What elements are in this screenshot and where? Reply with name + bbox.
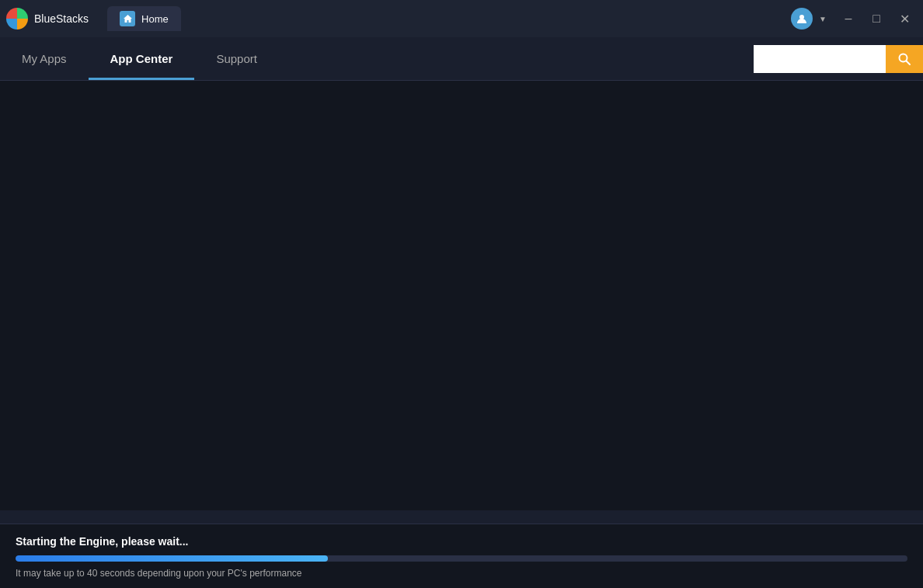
status-subtitle: It may take up to 40 seconds depending u… — [16, 568, 907, 579]
bluestacks-logo — [6, 8, 28, 30]
search-input[interactable] — [754, 45, 886, 73]
title-bar-left: BlueStacks Home — [6, 6, 791, 31]
profile-dropdown-arrow[interactable]: ▼ — [819, 15, 827, 23]
status-bar: Starting the Engine, please wait... It m… — [0, 524, 923, 588]
app-name: BlueStacks — [34, 12, 89, 25]
progress-bar-background — [16, 555, 907, 562]
main-content — [0, 81, 923, 510]
minimize-button[interactable]: – — [836, 6, 861, 31]
nav-tabs: My Apps App Center Support — [0, 37, 754, 80]
tab-support[interactable]: Support — [194, 37, 279, 80]
title-bar-tab[interactable]: Home — [107, 6, 181, 31]
tab-home-label: Home — [141, 13, 169, 25]
close-button[interactable]: ✕ — [892, 6, 917, 31]
search-wrapper — [754, 45, 923, 73]
title-bar-controls: ▼ – □ ✕ — [791, 6, 917, 31]
search-button[interactable] — [886, 45, 923, 73]
search-icon — [897, 52, 911, 66]
nav-search — [754, 45, 923, 73]
progress-bar-fill — [16, 555, 328, 562]
svg-line-2 — [907, 61, 911, 64]
status-title: Starting the Engine, please wait... — [16, 535, 907, 548]
profile-icon[interactable] — [791, 8, 813, 30]
tab-my-apps[interactable]: My Apps — [0, 37, 89, 80]
title-bar: BlueStacks Home ▼ – □ ✕ — [0, 0, 923, 37]
tab-app-center[interactable]: App Center — [89, 37, 195, 80]
home-icon — [120, 11, 135, 26]
nav-bar: My Apps App Center Support — [0, 37, 923, 81]
maximize-button[interactable]: □ — [864, 6, 889, 31]
